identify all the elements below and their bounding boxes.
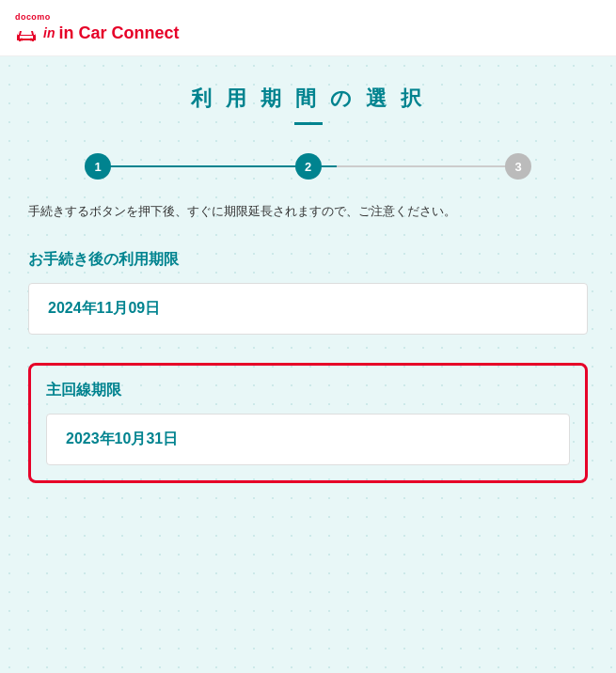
main-content: 利 用 期 間 の 選 択 1 2 3 手続きするボタンを押下後、すぐに期限延長… (0, 56, 616, 673)
logo: docomo in in Car Connect (15, 13, 179, 42)
after-procedure-title: お手続き後の利用期限 (28, 250, 588, 270)
car-icon (15, 23, 38, 42)
step-2: 2 (295, 153, 322, 180)
main-line-section: 主回線期限 2023年10月31日 (28, 363, 588, 483)
main-line-date: 2023年10月31日 (46, 414, 570, 465)
docomo-label: docomo (15, 13, 179, 22)
main-line-title: 主回線期限 (46, 381, 570, 400)
svg-point-1 (30, 39, 33, 41)
after-procedure-date: 2024年11月09日 (28, 283, 588, 335)
brand-name: in Car Connect (58, 24, 179, 41)
header: docomo in in Car Connect (0, 0, 616, 56)
title-underline (294, 122, 323, 125)
step-3: 3 (505, 153, 531, 180)
notice-text: 手続きするボタンを押下後、すぐに期限延長されますので、ご注意ください。 (28, 202, 588, 222)
logo-text: in in Car Connect (15, 23, 179, 42)
step-indicator: 1 2 3 (28, 153, 588, 180)
step-1: 1 (85, 153, 111, 180)
page-title: 利 用 期 間 の 選 択 (28, 85, 588, 113)
svg-point-0 (21, 39, 24, 41)
after-procedure-section: お手続き後の利用期限 2024年11月09日 (28, 250, 588, 335)
